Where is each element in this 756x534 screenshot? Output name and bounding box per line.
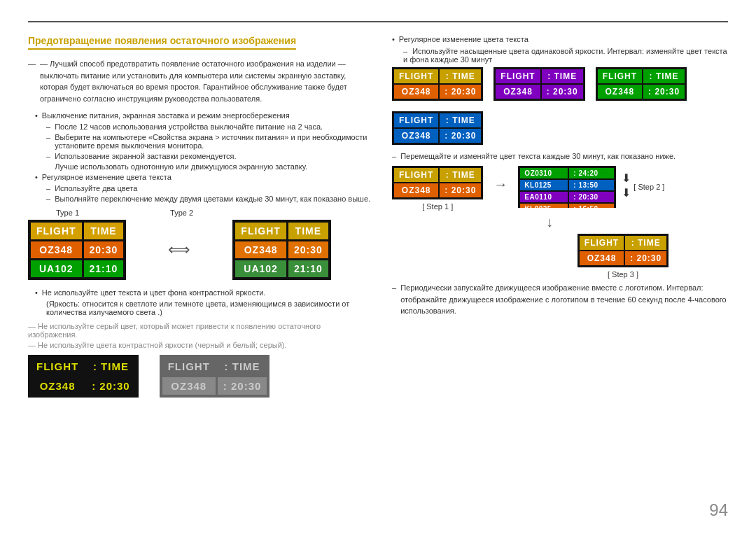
- gb-row1c2: : 20:30: [218, 377, 267, 395]
- contrast-bad-display: FLIGHT : TIME OZ348 : 20:30: [28, 355, 139, 398]
- type2-display: FLIGHT TIME OZ348 20:30 UA102 21:10: [232, 220, 330, 280]
- content-area: Предотвращение появления остаточного изо…: [28, 35, 728, 402]
- sub-item-1-3: – Использование экранной заставки рекоме…: [46, 152, 371, 160]
- step3-box: FLIGHT : TIME OZ348 : 20:30 [ Step 3 ]: [518, 234, 728, 279]
- bullet-item-1: • Выключение питания, экранная заставка …: [35, 111, 371, 120]
- type-labels: Type 1 Type 2: [56, 209, 371, 217]
- t1-row2c1: UA102: [31, 260, 82, 277]
- contrast-sub: (Яркость: относится к светлоте или темно…: [46, 300, 371, 316]
- step1-label: [ Step 1 ]: [422, 202, 453, 211]
- sub-item-2-1: – Используйте два цвета: [46, 184, 371, 192]
- t1-row2c2: 21:10: [84, 260, 124, 277]
- intro-text: — — Лучший способ предотвратить появлени…: [28, 58, 371, 104]
- sub-item-1-4: – Лучше использовать однотонную или движ…: [46, 162, 371, 171]
- t2-row2c1: UA102: [235, 260, 286, 277]
- step3-label: [ Step 3 ]: [608, 270, 638, 279]
- variant1: FLIGHT : TIME OZ348 : 20:30: [392, 67, 483, 101]
- cb-header2: : TIME: [86, 358, 136, 375]
- cb-row1c1: OZ348: [31, 377, 84, 395]
- page: Предотвращение появления остаточного изо…: [0, 0, 756, 534]
- step3-display: FLIGHT : TIME OZ348 : 20:30: [578, 234, 668, 267]
- contrast-warning3: — Не используйте цвета контрастной яркос…: [28, 341, 371, 349]
- bottom-note: – Периодически запускайте движущееся изо…: [392, 282, 728, 317]
- gray-warning: — Не используйте серый цвет, который мож…: [28, 322, 371, 339]
- sub-item-1-1: – После 12 часов использования устройств…: [46, 122, 371, 131]
- sub-item-2-2: – Выполняйте переключение между двумя цв…: [46, 195, 371, 203]
- step1-display: FLIGHT : TIME OZ348 : 20:30: [392, 166, 483, 199]
- step2-display: OZ0310 : 24:20 KL0125 : 13:50 EA0110 : 2…: [518, 166, 616, 208]
- t2-row2c2: 21:10: [288, 260, 328, 277]
- variant3: FLIGHT : TIME OZ348 : 20:30: [596, 67, 687, 101]
- step1-box: FLIGHT : TIME OZ348 : 20:30 [ Step 1 ]: [392, 166, 483, 211]
- t1-row1c2: 20:30: [84, 241, 124, 258]
- left-column: Предотвращение появления остаточного изо…: [28, 35, 371, 402]
- gb-row1c1: OZ348: [162, 377, 216, 395]
- section-title: Предотвращение появления остаточного изо…: [28, 35, 371, 58]
- page-number: 94: [709, 500, 728, 520]
- gray-bad-display: FLIGHT : TIME OZ348 : 20:30: [160, 355, 270, 398]
- sub-list-1: – После 12 часов использования устройств…: [46, 122, 371, 171]
- t1-row1c1: OZ348: [31, 241, 82, 258]
- variant2: FLIGHT : TIME OZ348 : 20:30: [493, 67, 584, 101]
- gb-header2: : TIME: [218, 358, 267, 375]
- arrow-step1-to-2: →: [493, 176, 507, 192]
- step2-box: OZ0310 : 24:20 KL0125 : 13:50 EA0110 : 2…: [518, 166, 664, 208]
- right-sub1: – Используйте насыщенные цвета одинаково…: [403, 47, 728, 64]
- step2-label: [ Step 2 ]: [634, 183, 664, 191]
- t2-row1c1: OZ348: [235, 241, 286, 258]
- sub-list-2: – Используйте два цвета – Выполняйте пер…: [46, 184, 371, 203]
- t2-header2: TIME: [288, 223, 328, 239]
- right-column: • Регулярное изменение цвета текста – Ис…: [392, 35, 728, 402]
- scroll-arrows: ⬇ ⬇: [622, 171, 631, 199]
- arrow-step2-to-3: ↓: [546, 214, 728, 230]
- bullet-item-2: • Регулярное изменение цвета текста: [35, 173, 371, 181]
- steps-row-1: FLIGHT : TIME OZ348 : 20:30 [ Step 1 ] →…: [392, 166, 728, 211]
- variant4: FLIGHT : TIME OZ348 : 20:30: [392, 111, 483, 145]
- type-displays: FLIGHT TIME OZ348 20:30 UA102 21:10 ⟺ FL…: [28, 220, 371, 280]
- step-area: FLIGHT : TIME OZ348 : 20:30 [ Step 1 ] →…: [392, 166, 728, 317]
- gb-header1: FLIGHT: [162, 358, 216, 375]
- t2-row1c2: 20:30: [288, 241, 328, 258]
- top-line: [28, 21, 728, 22]
- bullet-list-1: • Выключение питания, экранная заставка …: [35, 111, 371, 203]
- contrast-bullet: • Не используйте цвет текста и цвет фона…: [35, 288, 371, 297]
- type1-display: FLIGHT TIME OZ348 20:30 UA102 21:10: [28, 220, 126, 280]
- right-bullet1: • Регулярное изменение цвета текста: [392, 35, 728, 43]
- step-note: – Перемещайте и изменяйте цвет текста ка…: [392, 152, 728, 160]
- cb-header1: FLIGHT: [31, 358, 84, 375]
- cb-row1c2: : 20:30: [86, 377, 136, 395]
- bidirectional-arrow: ⟺: [168, 241, 190, 259]
- t2-header1: FLIGHT: [235, 223, 286, 239]
- t1-header2: TIME: [84, 223, 124, 239]
- t1-header1: FLIGHT: [31, 223, 82, 239]
- color-variants: FLIGHT : TIME OZ348 : 20:30 FLIGHT : TIM…: [392, 67, 728, 145]
- contrast-displays: FLIGHT : TIME OZ348 : 20:30 FLIGHT : TIM…: [28, 355, 371, 398]
- sub-item-1-2: – Выберите на компьютере «Свойства экран…: [46, 133, 371, 150]
- contrast-warning-block: • Не используйте цвет текста и цвет фона…: [35, 288, 371, 316]
